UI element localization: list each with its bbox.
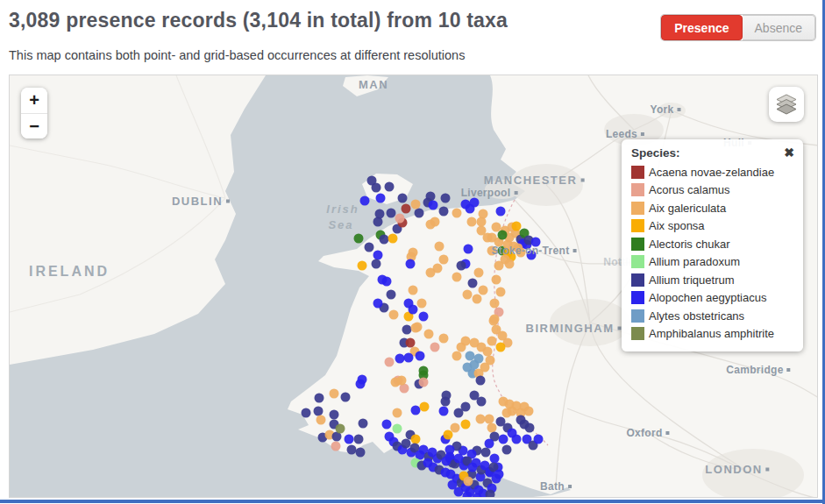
occurrence-dot[interactable]	[494, 261, 504, 271]
occurrence-dot[interactable]	[512, 435, 522, 444]
occurrence-dot[interactable]	[385, 182, 395, 192]
occurrence-dot[interactable]	[492, 275, 501, 285]
occurrence-dot[interactable]	[387, 209, 396, 218]
occurrence-dot[interactable]	[393, 424, 402, 434]
occurrence-dot[interactable]	[398, 194, 408, 203]
occurrence-dot[interactable]	[330, 389, 339, 399]
occurrence-dot[interactable]	[375, 209, 385, 219]
occurrence-dot[interactable]	[341, 393, 351, 402]
occurrence-dot[interactable]	[426, 220, 436, 230]
occurrence-dot[interactable]	[316, 415, 326, 425]
legend-item[interactable]: Alectoris chukar	[631, 235, 793, 253]
occurrence-dot[interactable]	[416, 351, 425, 361]
occurrence-dot[interactable]	[385, 358, 395, 367]
occurrence-dot[interactable]	[402, 325, 412, 335]
occurrence-dot[interactable]	[402, 204, 411, 214]
occurrence-dot[interactable]	[356, 448, 366, 458]
zoom-in-button[interactable]: +	[21, 88, 47, 113]
occurrence-dot[interactable]	[487, 337, 497, 346]
occurrence-dot[interactable]	[534, 435, 544, 444]
occurrence-dot[interactable]	[395, 354, 405, 364]
occurrence-dot[interactable]	[345, 435, 354, 444]
occurrence-dot[interactable]	[527, 251, 537, 260]
occurrence-dot[interactable]	[487, 423, 497, 433]
occurrence-dot[interactable]	[481, 448, 491, 458]
occurrence-dot[interactable]	[395, 214, 405, 224]
occurrence-dot[interactable]	[430, 343, 440, 352]
occurrence-dot[interactable]	[382, 277, 392, 287]
occurrence-dot[interactable]	[359, 419, 368, 429]
occurrence-dot[interactable]	[409, 286, 418, 295]
occurrence-dot[interactable]	[516, 415, 526, 425]
zoom-out-button[interactable]: −	[21, 113, 47, 138]
occurrence-dot[interactable]	[389, 310, 399, 320]
occurrence-dot[interactable]	[457, 261, 466, 271]
occurrence-dot[interactable]	[476, 376, 486, 386]
occurrence-dot[interactable]	[490, 315, 500, 324]
occurrence-dot[interactable]	[441, 397, 451, 407]
occurrence-dot[interactable]	[467, 217, 477, 227]
occurrence-dot[interactable]	[439, 407, 449, 416]
occurrence-dot[interactable]	[474, 268, 484, 278]
occurrence-dot[interactable]	[468, 279, 478, 288]
occurrence-dot[interactable]	[461, 337, 471, 346]
occurrence-dot[interactable]	[411, 406, 421, 415]
legend-item[interactable]: Amphibalanus amphitrite	[631, 325, 793, 344]
occurrence-dot[interactable]	[498, 231, 508, 240]
occurrence-dot[interactable]	[388, 234, 398, 244]
occurrence-dot[interactable]	[358, 375, 367, 385]
occurrence-dot[interactable]	[426, 192, 436, 202]
legend-item[interactable]: Aix sponsa	[631, 217, 793, 236]
occurrence-dot[interactable]	[466, 351, 475, 361]
occurrence-dot[interactable]	[354, 435, 364, 444]
occurrence-dot[interactable]	[452, 273, 462, 282]
occurrence-dot[interactable]	[404, 353, 414, 363]
occurrence-dot[interactable]	[451, 423, 460, 433]
layers-button[interactable]	[769, 87, 804, 122]
occurrence-dot[interactable]	[444, 430, 453, 440]
absence-button[interactable]: Absence	[743, 15, 815, 40]
occurrence-dot[interactable]	[496, 343, 506, 352]
occurrence-dot[interactable]	[496, 287, 506, 297]
occurrence-dot[interactable]	[477, 217, 487, 227]
occurrence-dot[interactable]	[479, 286, 488, 295]
occurrence-dot[interactable]	[406, 259, 416, 269]
occurrence-dot[interactable]	[382, 420, 392, 429]
occurrence-dot[interactable]	[452, 209, 462, 218]
occurrence-dot[interactable]	[483, 347, 493, 357]
occurrence-dot[interactable]	[531, 238, 541, 247]
occurrence-dot[interactable]	[354, 234, 364, 244]
occurrence-dot[interactable]	[420, 402, 430, 412]
occurrence-dot[interactable]	[505, 259, 515, 269]
occurrence-dot[interactable]	[409, 305, 418, 315]
occurrence-dot[interactable]	[490, 299, 500, 309]
occurrence-dot[interactable]	[492, 474, 501, 484]
occurrence-dot[interactable]	[411, 435, 421, 444]
occurrence-dot[interactable]	[499, 435, 509, 444]
occurrence-dot[interactable]	[467, 498, 477, 499]
occurrence-dot[interactable]	[473, 295, 482, 304]
occurrence-dot[interactable]	[314, 407, 324, 416]
occurrence-dot[interactable]	[393, 408, 402, 418]
occurrence-dot[interactable]	[358, 261, 367, 271]
occurrence-dot[interactable]	[477, 397, 487, 407]
occurrence-dot[interactable]	[439, 207, 449, 217]
occurrence-dot[interactable]	[446, 470, 456, 479]
occurrence-dot[interactable]	[454, 487, 464, 497]
occurrence-dot[interactable]	[454, 408, 464, 418]
occurrence-dot[interactable]	[315, 394, 324, 403]
occurrence-dot[interactable]	[435, 242, 445, 252]
occurrence-dot[interactable]	[452, 351, 462, 361]
occurrence-dot[interactable]	[360, 196, 370, 206]
occurrence-dot[interactable]	[461, 420, 471, 429]
occurrence-dot[interactable]	[516, 248, 526, 258]
occurrence-dot[interactable]	[512, 222, 522, 231]
occurrence-dot[interactable]	[474, 354, 484, 364]
occurrence-dot[interactable]	[470, 338, 480, 348]
presence-button[interactable]: Presence	[661, 15, 742, 40]
occurrence-dot[interactable]	[330, 410, 339, 420]
occurrence-dot[interactable]	[470, 198, 480, 208]
legend-item[interactable]: Acorus calamus	[631, 181, 793, 200]
occurrence-dot[interactable]	[496, 207, 506, 217]
occurrence-dot[interactable]	[429, 201, 438, 210]
